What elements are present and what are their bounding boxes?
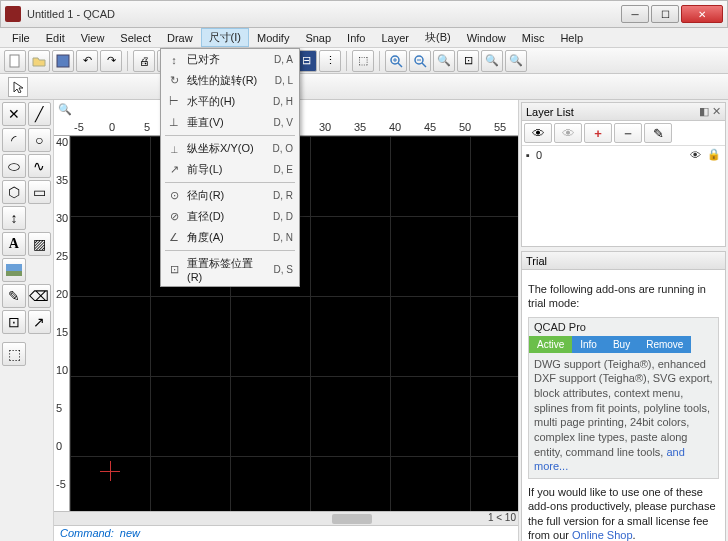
block-tool[interactable]: ⬚ (2, 342, 26, 366)
zoom-window-button[interactable]: ⊡ (457, 50, 479, 72)
layer-list-panel: Layer List ◧✕ 👁 👁 + − ✎ ▪ 0 👁 🔒 (521, 102, 726, 247)
modify-tool[interactable]: ✎ (2, 284, 26, 308)
zoom-selection-button[interactable]: 🔍 (505, 50, 527, 72)
image-tool[interactable] (2, 258, 26, 282)
menu-item[interactable]: ∠角度(A)D, N (161, 227, 299, 248)
arc-tool[interactable]: ◜ (2, 128, 26, 152)
menu-file[interactable]: File (4, 30, 38, 46)
line-tool[interactable]: ╱ (28, 102, 52, 126)
ruler-tick: 40 (389, 121, 401, 133)
menu-item-shortcut: D, R (273, 190, 293, 201)
menu-edit[interactable]: Edit (38, 30, 73, 46)
menu-item[interactable]: ⟂纵坐标X/Y(O)D, O (161, 138, 299, 159)
trial-title: Trial (526, 255, 547, 267)
zoom-auto-button[interactable]: 🔍 (433, 50, 455, 72)
save-button[interactable] (52, 50, 74, 72)
text-tool[interactable]: A (2, 232, 26, 256)
shape-tool[interactable]: ▭ (28, 180, 52, 204)
tab-info[interactable]: Info (572, 336, 605, 353)
title-bar: Untitled 1 - QCAD ─ ☐ ✕ (0, 0, 728, 28)
menu-item-shortcut: D, V (274, 117, 293, 128)
zoom-previous-button[interactable]: 🔍 (481, 50, 503, 72)
panel-undock-icon[interactable]: ◧ (699, 105, 709, 118)
menu-info[interactable]: Info (339, 30, 373, 46)
tab-buy[interactable]: Buy (605, 336, 638, 353)
open-file-button[interactable] (28, 50, 50, 72)
svg-line-7 (422, 63, 426, 67)
redo-button[interactable]: ↷ (100, 50, 122, 72)
menu-misc[interactable]: Misc (514, 30, 553, 46)
menu-item-label: 已对齐 (187, 52, 268, 67)
menu-layer[interactable]: Layer (373, 30, 417, 46)
origin-marker (100, 461, 120, 481)
info-tool[interactable]: ⊡ (2, 310, 26, 334)
menu-item[interactable]: ⊘直径(D)D, D (161, 206, 299, 227)
erase-tool[interactable]: ⌫ (28, 284, 52, 308)
layer-hide-all-button[interactable]: 👁 (554, 123, 582, 143)
main-toolbar: ↶ ↷ 🖨 ⎙ ✂ ⧉ 📋 ⊞ ⊟ ⋮ ⬚ 🔍 ⊡ 🔍 🔍 (0, 48, 728, 74)
dimension-tool[interactable]: ↕ (2, 206, 26, 230)
layer-show-all-button[interactable]: 👁 (524, 123, 552, 143)
grid-settings-button[interactable]: ⋮ (319, 50, 341, 72)
tab-remove[interactable]: Remove (638, 336, 691, 353)
undo-button[interactable]: ↶ (76, 50, 98, 72)
window-title: Untitled 1 - QCAD (27, 8, 621, 20)
menu-item[interactable]: ↕已对齐D, A (161, 49, 299, 70)
panel-close-icon[interactable]: ✕ (712, 105, 721, 118)
maximize-button[interactable]: ☐ (651, 5, 679, 23)
menu-item-icon: ↗ (167, 163, 181, 176)
ruler-tick: 0 (56, 440, 62, 452)
menu-item-shortcut: D, O (272, 143, 293, 154)
tab-active[interactable]: Active (529, 336, 572, 353)
measure-tool[interactable]: ↗ (28, 310, 52, 334)
zoom-in-button[interactable] (385, 50, 407, 72)
horizontal-scrollbar[interactable]: 1 < 10 (54, 511, 518, 525)
menu-modify[interactable]: Modify (249, 30, 297, 46)
layer-remove-button[interactable]: − (614, 123, 642, 143)
point-tool[interactable]: ✕ (2, 102, 26, 126)
command-line[interactable]: Command: new (54, 525, 518, 541)
menu-item[interactable]: ⊥垂直(V)D, V (161, 112, 299, 133)
layer-add-button[interactable]: + (584, 123, 612, 143)
menu-item[interactable]: ⊢水平的(H)D, H (161, 91, 299, 112)
spline-tool[interactable]: ∿ (28, 154, 52, 178)
tool-palette: ✕╱ ◜○ ⬭∿ ⬡▭ ↕ A▨ ✎⌫ ⊡↗ ⬚ (0, 100, 54, 541)
layer-edit-button[interactable]: ✎ (644, 123, 672, 143)
menu-window[interactable]: Window (459, 30, 514, 46)
layer-lock-icon[interactable]: 🔒 (707, 148, 721, 161)
new-file-button[interactable] (4, 50, 26, 72)
menu-draw[interactable]: Draw (159, 30, 201, 46)
vertical-ruler: 4035302520151050-5 (54, 136, 70, 511)
ellipse-tool[interactable]: ⬭ (2, 154, 26, 178)
menu-block[interactable]: 块(B) (417, 28, 459, 47)
menu-item[interactable]: ⊡重置标签位置(R)D, S (161, 253, 299, 286)
polyline-tool[interactable]: ⬡ (2, 180, 26, 204)
menu-item-icon: ↻ (167, 74, 181, 87)
menu-item[interactable]: ↻线性的旋转(R)D, L (161, 70, 299, 91)
draft-mode-button[interactable]: ⬚ (352, 50, 374, 72)
menu-help[interactable]: Help (552, 30, 591, 46)
search-icon: 🔍 (58, 103, 72, 117)
menu-dimension[interactable]: 尺寸(I) (201, 28, 249, 47)
ruler-tick: 5 (56, 402, 62, 414)
layer-row[interactable]: ▪ 0 👁 🔒 (522, 146, 725, 163)
menu-snap[interactable]: Snap (297, 30, 339, 46)
minimize-button[interactable]: ─ (621, 5, 649, 23)
qcad-pro-box: QCAD Pro Active Info Buy Remove DWG supp… (528, 317, 719, 480)
ruler-tick: 50 (459, 121, 471, 133)
menu-item[interactable]: ⊙径向(R)D, R (161, 185, 299, 206)
print-button[interactable]: 🖨 (133, 50, 155, 72)
zoom-out-button[interactable] (409, 50, 431, 72)
menu-view[interactable]: View (73, 30, 113, 46)
menu-item[interactable]: ↗前导(L)D, E (161, 159, 299, 180)
menu-select[interactable]: Select (112, 30, 159, 46)
circle-tool[interactable]: ○ (28, 128, 52, 152)
menu-item-icon: ⊢ (167, 95, 181, 108)
hatch-tool[interactable]: ▨ (28, 232, 52, 256)
cursor-tool[interactable] (8, 77, 28, 97)
layer-visibility-icon[interactable]: 👁 (690, 149, 701, 161)
ruler-tick: 35 (354, 121, 366, 133)
close-button[interactable]: ✕ (681, 5, 723, 23)
online-shop-link[interactable]: Online Shop (572, 529, 633, 541)
layer-list-title: Layer List (526, 106, 574, 118)
